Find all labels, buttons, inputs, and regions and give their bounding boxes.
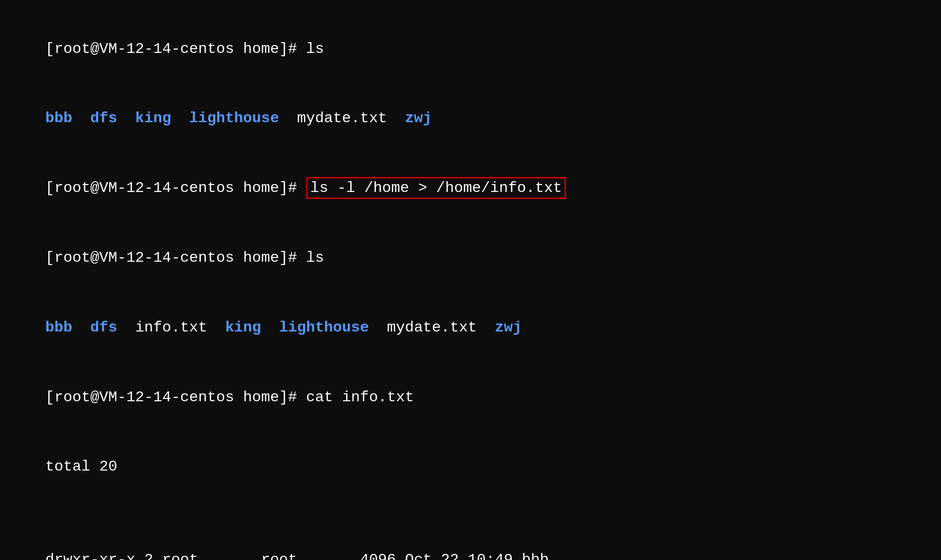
terminal-line: bbb dfs king lighthouse mydate.txt zwj xyxy=(9,84,932,154)
command: ls xyxy=(306,40,324,58)
dir-bbb: bbb xyxy=(45,319,73,336)
terminal-line: [root@VM-12-14-centos home]# ls xyxy=(9,14,932,84)
dir-dfs: dfs xyxy=(90,110,118,127)
command: cat info.txt xyxy=(306,389,414,406)
terminal-line: [root@VM-12-14-centos home]# ls -l /home… xyxy=(9,154,932,223)
terminal: [root@VM-12-14-centos home]# ls bbb dfs … xyxy=(9,14,932,560)
terminal-line: [root@VM-12-14-centos home]# ls xyxy=(9,223,932,293)
prompt: [root@VM-12-14-centos home]# xyxy=(45,40,306,58)
dir-bbb: bbb xyxy=(45,110,73,127)
terminal-line: drwxr-xr-x 2 root root 4096 Oct 22 10:49… xyxy=(9,525,932,560)
highlighted-command: ls -l /home > /home/info.txt xyxy=(306,177,566,199)
prompt: [root@VM-12-14-centos home]# xyxy=(45,179,306,197)
prompt: [root@VM-12-14-centos home]# xyxy=(45,389,306,406)
prompt: [root@VM-12-14-centos home]# xyxy=(45,249,306,266)
terminal-line: bbb dfs info.txt king lighthouse mydate.… xyxy=(9,293,932,362)
output-text: drwxr-xr-x 2 root root 4096 Oct 22 10:49… xyxy=(45,551,549,560)
dir-zwj: zwj xyxy=(495,319,522,336)
output-text: total 20 xyxy=(45,458,118,475)
dir-king: king xyxy=(225,319,261,336)
dir-zwj: zwj xyxy=(405,110,432,127)
dir-lighthouse: lighthouse xyxy=(189,110,279,127)
terminal-line: [root@VM-12-14-centos home]# cat info.tx… xyxy=(9,362,932,432)
dir-lighthouse: lighthouse xyxy=(279,319,369,336)
terminal-line: total 20 xyxy=(9,432,932,502)
dir-dfs: dfs xyxy=(90,319,118,336)
dir-king: king xyxy=(135,110,171,127)
terminal-line xyxy=(9,501,932,525)
command: ls xyxy=(306,249,324,266)
